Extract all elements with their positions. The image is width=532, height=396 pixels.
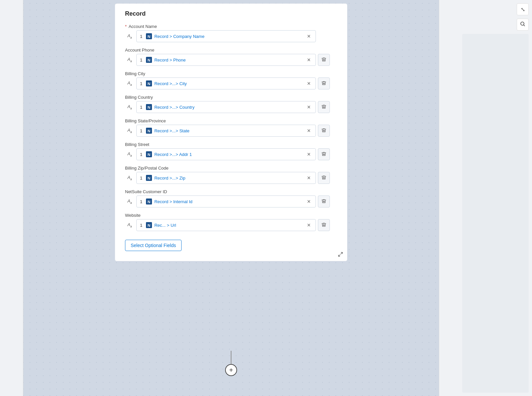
svg-text:N: N: [148, 176, 150, 180]
field-type-icon-billing-country: Aa: [125, 102, 134, 112]
field-number-billing-city: 1: [140, 81, 142, 86]
main-container: Record * Account NameAa1 N Record > Comp…: [0, 0, 532, 396]
field-value-billing-city: Record >...> City: [154, 81, 304, 86]
field-input-box-billing-zip[interactable]: 1 N Record >...> Zip✕: [136, 172, 316, 184]
field-number-billing-zip: 1: [140, 176, 142, 181]
field-type-icon-account-phone: Aa: [125, 55, 134, 65]
field-input-box-billing-state[interactable]: 1 N Record >...> State✕: [136, 125, 316, 137]
delete-button-billing-city[interactable]: [318, 77, 330, 89]
field-row-billing-street: Billing StreetAa1 N Record >...> Addr 1✕: [125, 142, 337, 160]
record-card: Record * Account NameAa1 N Record > Comp…: [115, 3, 347, 261]
field-input-box-account-name[interactable]: 1 N Record > Company Name✕: [136, 30, 316, 42]
field-label-netsuite-customer-id: NetSuite Customer ID: [125, 189, 337, 194]
center-content: Record * Account NameAa1 N Record > Comp…: [23, 0, 439, 396]
clear-button-netsuite-customer-id[interactable]: ✕: [306, 198, 312, 205]
field-input-box-website[interactable]: 1 N Rec... > Url✕: [136, 219, 316, 231]
delete-button-netsuite-customer-id[interactable]: [318, 196, 330, 207]
right-gray-area: [462, 34, 529, 393]
field-number-netsuite-customer-id: 1: [140, 199, 142, 204]
x-icon: ✕: [307, 175, 311, 181]
clear-button-billing-zip[interactable]: ✕: [306, 175, 312, 181]
field-type-icon-account-name: Aa: [125, 32, 134, 41]
delete-button-billing-street[interactable]: [318, 148, 330, 160]
field-input-row-billing-street: Aa1 N Record >...> Addr 1✕: [125, 148, 337, 160]
field-value-account-name: Record > Company Name: [154, 34, 304, 39]
field-row-billing-state: Billing State/ProvinceAa1 N Record >...>…: [125, 118, 337, 137]
field-number-billing-country: 1: [140, 105, 142, 110]
netsuite-icon-website: N: [146, 222, 152, 228]
collapse-icon: ⤡: [521, 6, 525, 13]
field-input-row-billing-state: Aa1 N Record >...> State✕: [125, 125, 337, 137]
search-button[interactable]: [517, 19, 529, 31]
field-label-account-name: * Account Name: [125, 24, 337, 29]
clear-button-account-phone[interactable]: ✕: [306, 57, 312, 63]
field-value-account-phone: Record > Phone: [154, 58, 304, 63]
collapse-button[interactable]: ⤡: [517, 3, 529, 15]
clear-button-billing-country[interactable]: ✕: [306, 104, 312, 110]
netsuite-icon-billing-state: N: [146, 127, 152, 134]
clear-button-billing-city[interactable]: ✕: [306, 80, 312, 87]
select-optional-fields-button[interactable]: Select Optional Fields: [125, 240, 182, 251]
plus-icon: +: [229, 366, 233, 374]
svg-text:N: N: [148, 81, 150, 86]
add-step-button[interactable]: +: [225, 364, 237, 376]
field-label-billing-street: Billing Street: [125, 142, 337, 147]
field-value-billing-state: Record >...> State: [154, 128, 304, 133]
field-input-box-billing-street[interactable]: 1 N Record >...> Addr 1✕: [136, 148, 316, 160]
field-value-billing-street: Record >...> Addr 1: [154, 152, 304, 157]
field-input-box-billing-city[interactable]: 1 N Record >...> City✕: [136, 77, 316, 89]
delete-button-account-phone[interactable]: [318, 54, 330, 66]
field-row-netsuite-customer-id: NetSuite Customer IDAa1 N Record > Inter…: [125, 189, 337, 207]
fields-container: * Account NameAa1 N Record > Company Nam…: [125, 24, 337, 231]
field-number-billing-street: 1: [140, 152, 142, 157]
netsuite-icon-netsuite-customer-id: N: [146, 198, 152, 205]
plus-button-container: +: [225, 364, 237, 376]
clear-button-website[interactable]: ✕: [306, 222, 312, 228]
clear-button-billing-state[interactable]: ✕: [306, 127, 312, 134]
expand-icon[interactable]: [336, 250, 344, 258]
clear-button-billing-street[interactable]: ✕: [306, 151, 312, 158]
field-number-billing-state: 1: [140, 128, 142, 133]
connector-line: [231, 351, 231, 364]
field-number-website: 1: [140, 223, 142, 228]
field-row-website: WebsiteAa1 N Rec... > Url✕: [125, 213, 337, 231]
card-title: Record: [125, 10, 337, 17]
delete-button-billing-country[interactable]: [318, 101, 330, 113]
netsuite-icon-account-phone: N: [146, 57, 152, 63]
field-input-box-account-phone[interactable]: 1 N Record > Phone✕: [136, 54, 316, 66]
field-type-icon-billing-zip: Aa: [125, 173, 134, 183]
field-label-website: Website: [125, 213, 337, 218]
delete-button-website[interactable]: [318, 219, 330, 231]
x-icon: ✕: [307, 128, 311, 133]
field-input-box-netsuite-customer-id[interactable]: 1 N Record > Internal Id✕: [136, 196, 316, 207]
x-icon: ✕: [307, 34, 311, 39]
field-input-row-website: Aa1 N Rec... > Url✕: [125, 219, 337, 231]
field-value-website: Rec... > Url: [154, 223, 304, 228]
netsuite-icon-billing-zip: N: [146, 175, 152, 181]
field-input-row-billing-zip: Aa1 N Record >...> Zip✕: [125, 172, 337, 184]
x-icon: ✕: [307, 81, 311, 86]
field-input-box-billing-country[interactable]: 1 N Record >...> Country✕: [136, 101, 316, 113]
trash-icon: [322, 128, 326, 134]
delete-button-billing-state[interactable]: [318, 125, 330, 137]
field-type-icon-billing-street: Aa: [125, 150, 134, 159]
field-row-account-name: * Account NameAa1 N Record > Company Nam…: [125, 24, 337, 42]
field-input-row-netsuite-customer-id: Aa1 N Record > Internal Id✕: [125, 196, 337, 207]
trash-icon: [322, 104, 326, 110]
svg-text:N: N: [148, 34, 150, 39]
trash-icon: [322, 152, 326, 157]
trash-icon: [322, 175, 326, 181]
netsuite-icon-billing-country: N: [146, 104, 152, 110]
field-number-account-name: 1: [140, 34, 142, 39]
trash-icon: [322, 222, 326, 228]
x-icon: ✕: [307, 57, 311, 63]
field-row-billing-country: Billing CountryAa1 N Record >...> Countr…: [125, 95, 337, 113]
left-panel: [0, 0, 23, 396]
right-panel: ⤡: [439, 0, 532, 396]
delete-button-billing-zip[interactable]: [318, 172, 330, 184]
field-label-billing-state: Billing State/Province: [125, 118, 337, 123]
field-number-account-phone: 1: [140, 58, 142, 63]
field-row-billing-city: Billing CityAa1 N Record >...> City✕: [125, 71, 337, 89]
clear-button-account-name[interactable]: ✕: [306, 33, 312, 40]
svg-line-43: [524, 25, 525, 26]
